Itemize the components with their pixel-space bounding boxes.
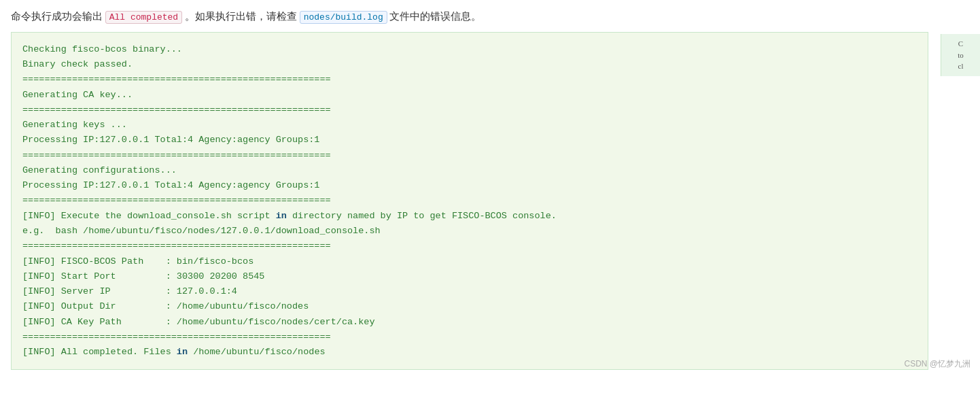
sidebar-text: Ctocl (958, 39, 964, 70)
page-wrapper: 命令执行成功会输出 All completed 。如果执行出错，请检查 node… (0, 0, 980, 377)
keyword-in-1: in (276, 211, 287, 221)
terminal-output: Checking fisco-bcos binary... Binary che… (11, 32, 928, 371)
inline-code-build-log: nodes/build.log (300, 11, 387, 24)
intro-line: 命令执行成功会输出 All completed 。如果执行出错，请检查 node… (11, 8, 969, 25)
right-sidebar: Ctocl (941, 34, 980, 76)
watermark: CSDN @忆梦九洲 (904, 358, 970, 370)
intro-text-middle: 。如果执行出错，请检查 (182, 11, 300, 22)
intro-text-before: 命令执行成功会输出 (11, 11, 105, 22)
keyword-in-2: in (177, 347, 188, 357)
inline-code-all-completed: All completed (105, 11, 182, 24)
intro-text-after: 文件中的错误信息。 (387, 11, 482, 22)
